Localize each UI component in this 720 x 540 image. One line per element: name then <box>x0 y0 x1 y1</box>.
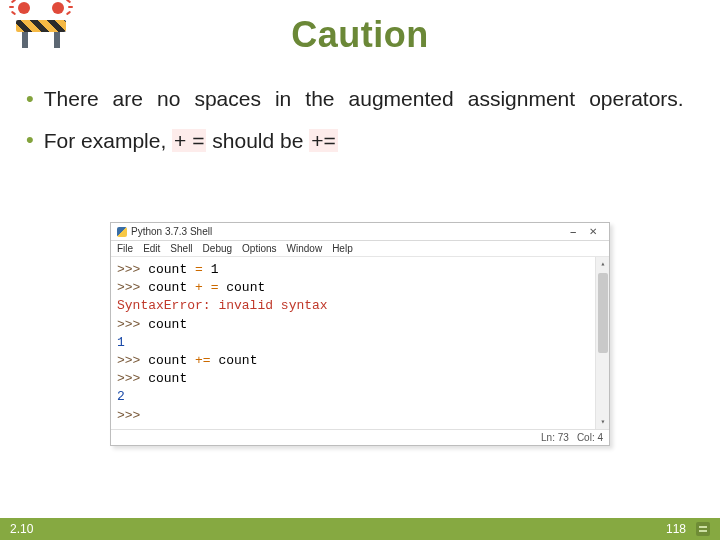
python-icon <box>117 227 127 237</box>
correct-operator-highlight: += <box>309 129 338 152</box>
code-area[interactable]: ▴ ▾ >>> count = 1>>> count + = countSynt… <box>111 257 609 429</box>
menu-debug[interactable]: Debug <box>203 243 232 254</box>
slide-footer: 2.10 118 <box>0 518 720 540</box>
slide-title: Caution <box>0 14 720 56</box>
code-line: >>> count += count <box>117 352 603 370</box>
code-line: >>> count <box>117 316 603 334</box>
section-number: 2.10 <box>10 522 33 536</box>
bullet-2-text: For example, + = should be += <box>44 127 338 154</box>
bullet-dot-icon: • <box>26 86 34 112</box>
menu-window[interactable]: Window <box>287 243 323 254</box>
page-number: 118 <box>666 522 686 536</box>
bullet-list: • There are no spaces in the augmented a… <box>26 86 696 168</box>
code-line: >>> count = 1 <box>117 261 603 279</box>
python-shell-window: Python 3.7.3 Shell ‒ ✕ FileEditShellDebu… <box>110 222 610 446</box>
menu-shell[interactable]: Shell <box>170 243 192 254</box>
scroll-up-button[interactable]: ▴ <box>596 257 610 271</box>
menu-help[interactable]: Help <box>332 243 353 254</box>
menu-options[interactable]: Options <box>242 243 276 254</box>
bullet-dot-icon: • <box>26 127 34 153</box>
menu-edit[interactable]: Edit <box>143 243 160 254</box>
code-line: >>> <box>117 407 603 425</box>
status-bar: Ln: 73 Col: 4 <box>111 429 609 445</box>
footer-menu-icon[interactable] <box>696 522 710 536</box>
code-line: 2 <box>117 388 603 406</box>
code-line: >>> count <box>117 370 603 388</box>
bullet-1-text: There are no spaces in the augmented ass… <box>44 86 684 113</box>
scroll-down-button[interactable]: ▾ <box>596 415 610 429</box>
code-line: >>> count + = count <box>117 279 603 297</box>
scrollbar[interactable]: ▴ ▾ <box>595 257 609 429</box>
minimize-button[interactable]: ‒ <box>563 226 583 237</box>
menu-file[interactable]: File <box>117 243 133 254</box>
code-line: SyntaxError: invalid syntax <box>117 297 603 315</box>
code-line: 1 <box>117 334 603 352</box>
close-button[interactable]: ✕ <box>583 226 603 237</box>
status-line: Ln: 73 <box>541 432 569 443</box>
window-titlebar[interactable]: Python 3.7.3 Shell ‒ ✕ <box>111 223 609 241</box>
menu-bar: FileEditShellDebugOptionsWindowHelp <box>111 241 609 257</box>
scroll-thumb[interactable] <box>598 273 608 353</box>
wrong-operator-highlight: + = <box>172 129 206 152</box>
window-title: Python 3.7.3 Shell <box>131 226 212 237</box>
status-col: Col: 4 <box>577 432 603 443</box>
